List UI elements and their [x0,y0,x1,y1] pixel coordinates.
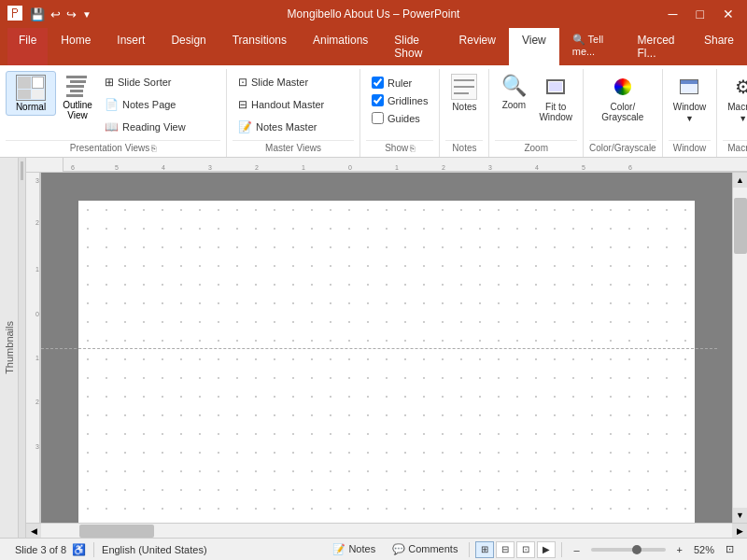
expand-icon[interactable]: ⎘ [151,144,156,153]
show-group: Ruler Gridlines Guides Show ⎘ [360,69,440,157]
ruler-checkbox-label[interactable]: Ruler [368,75,416,91]
master-views-items: ⊡ Slide Master ⊟ Handout Master 📝 Notes … [233,71,354,138]
slide-sorter-view-icon[interactable]: ⊟ [496,541,514,558]
scroll-right-button[interactable]: ▶ [732,524,747,538]
ruler-top-row: 6 5 4 3 2 1 0 1 2 3 4 5 6 [26,158,747,173]
scroll-up-button[interactable]: ▲ [733,173,747,188]
master-views-label: Master Views [233,140,354,155]
scroll-left-button[interactable]: ◀ [26,524,41,538]
tab-merced[interactable]: Merced Fl... [624,28,690,65]
tab-file[interactable]: File [7,28,48,65]
redo-icon[interactable]: ↪ [66,7,77,21]
zoom-thumb[interactable] [632,545,641,554]
fit-slide-button[interactable]: ⊡ [720,541,740,557]
color-grayscale-button[interactable]: Color/Grayscale [597,71,648,125]
color-group: Color/Grayscale Color/Grayscale [584,69,663,157]
normal-view-icon[interactable]: ⊞ [475,541,494,558]
slideshow-view-icon[interactable]: ▶ [537,541,556,558]
slide-master-button[interactable]: ⊡ Slide Master [233,71,354,93]
master-views-col: ⊡ Slide Master ⊟ Handout Master 📝 Notes … [233,71,354,138]
scroll-track-h[interactable] [41,524,732,538]
title-bar: 🅿 💾 ↩ ↪ ▼ Mongibello About Us – PowerPoi… [0,0,747,28]
comments-status-button[interactable]: 💬 Comments [387,541,463,557]
macros-items: ⚙ Macros ▼ [723,71,747,138]
tab-share[interactable]: Share [691,28,747,65]
ruler-checkbox[interactable] [372,77,384,89]
notes-group: Notes Notes [440,69,489,157]
presentation-views-label: Presentation Views ⎘ [6,140,220,155]
maximize-button[interactable]: □ [691,5,710,23]
vertical-ruler: 3 2 1 0 1 2 3 [26,173,41,523]
scroll-thumb-v[interactable] [734,198,747,254]
zoom-slider[interactable] [591,548,666,552]
notes-button[interactable]: Notes [445,71,483,115]
content-area: 6 5 4 3 2 1 0 1 2 3 4 5 6 [26,158,747,538]
macros-button[interactable]: ⚙ Macros ▼ [723,71,747,126]
comments-icon: 💬 [392,543,405,554]
zoom-in-button[interactable]: + [671,542,688,557]
gridlines-checkbox-label[interactable]: Gridlines [368,92,431,108]
zoom-button[interactable]: 🔍 Zoom [495,71,532,113]
normal-view-button[interactable]: Normal [6,71,56,116]
slide-canvas [78,201,695,523]
tab-insert[interactable]: Insert [104,28,158,65]
zoom-items: 🔍 Zoom Fit toWindow [495,71,577,138]
language-section: English (United States) [94,544,215,555]
color-label: Color/Grayscale [589,140,656,155]
presentation-views-group: Normal OutlineView ⊞ [0,69,227,157]
customize-icon[interactable]: ▼ [82,9,92,20]
gridlines-checkbox[interactable] [372,94,384,106]
thumbnails-resize-handle[interactable] [19,158,26,538]
slide-sorter-button[interactable]: ⊞ Slide Sorter [99,71,220,93]
undo-icon[interactable]: ↩ [50,7,61,21]
thumbnails-label: Thumbnails [4,321,15,374]
show-label: Show ⎘ [366,140,433,155]
window-group: Window ▼ Window [663,69,718,157]
tab-animations[interactable]: Animations [300,28,381,65]
notes-label: Notes [348,543,375,554]
app-icon: 🅿 [7,6,22,22]
tab-tell-me[interactable]: 🔍 Tell me... [559,28,625,65]
ruler-corner [26,158,63,173]
handout-master-button[interactable]: ⊟ Handout Master [233,93,354,116]
presentation-views-col: ⊞ Slide Sorter 📄 Notes Page 📖 Reading Vi… [99,71,220,138]
notes-items: Notes [445,71,483,138]
notes-master-button[interactable]: 📝 Notes Master [233,116,354,138]
notes-status-button[interactable]: 📝 Notes [327,541,381,557]
minimize-button[interactable]: ─ [663,5,684,23]
tab-transitions[interactable]: Transitions [219,28,300,65]
scroll-thumb-h[interactable] [79,525,154,538]
fit-to-window-button[interactable]: Fit toWindow [534,71,577,125]
guides-checkbox-label[interactable]: Guides [368,110,424,126]
status-divider-2 [469,542,470,557]
canvas-container[interactable] [41,173,732,523]
save-icon[interactable]: 💾 [30,7,45,21]
tab-review[interactable]: Review [446,28,509,65]
reading-view-icon[interactable]: ⊡ [516,541,535,558]
tab-slideshow[interactable]: Slide Show [381,28,445,65]
window-title: Mongibello About Us – PowerPoint [288,7,460,21]
horizontal-scrollbar: ◀ ▶ [26,523,747,538]
guides-checkbox[interactable] [372,112,384,124]
accessibility-icon[interactable]: ♿ [72,543,86,556]
slide-info: Slide 3 of 8 [15,544,66,555]
thumbnails-collapse-btn[interactable]: Thumbnails [0,158,19,538]
reading-view-button[interactable]: 📖 Reading View [99,116,220,138]
outline-view-button[interactable]: OutlineView [58,71,97,123]
zoom-out-button[interactable]: – [568,542,585,557]
show-expand-icon[interactable]: ⎘ [410,144,415,153]
quick-access-toolbar: 💾 ↩ ↪ ▼ [30,7,92,21]
window-label: Window [669,140,712,155]
tab-home[interactable]: Home [48,28,104,65]
show-items: Ruler Gridlines Guides [366,71,433,138]
notes-page-button[interactable]: 📄 Notes Page [99,93,220,116]
zoom-group: 🔍 Zoom Fit toWindow Zoom [489,69,584,157]
horizontal-ruler: 6 5 4 3 2 1 0 1 2 3 4 5 6 [63,158,747,173]
status-bar: Slide 3 of 8 ♿ English (United States) 📝… [0,538,747,560]
close-button[interactable]: ✕ [717,5,740,23]
tab-view[interactable]: View [509,28,559,65]
scroll-down-button[interactable]: ▼ [733,508,747,523]
tab-design[interactable]: Design [158,28,218,65]
scroll-track-v[interactable] [733,188,747,508]
window-button[interactable]: Window ▼ [669,71,712,126]
